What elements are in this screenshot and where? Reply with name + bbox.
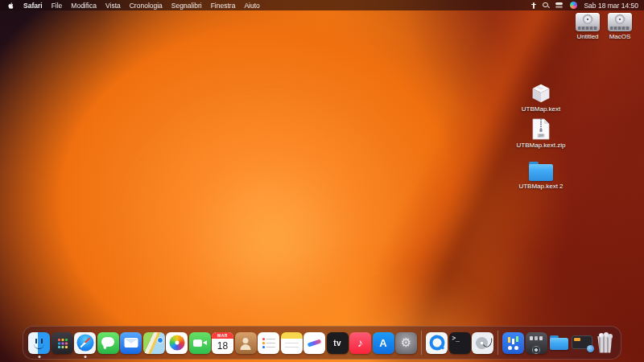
minimized-window-thumbnail xyxy=(572,332,593,354)
spotlight-search-icon[interactable] xyxy=(543,2,549,9)
file-label: UTBMap.kext 2 xyxy=(518,183,563,190)
file-label: UTBMap.kext xyxy=(522,105,560,113)
apple-menu-icon[interactable] xyxy=(7,2,14,10)
zip-archive-icon: ZIP xyxy=(532,118,550,140)
dock-maps[interactable] xyxy=(143,332,165,354)
control-center-icon[interactable] xyxy=(555,2,564,9)
reminders-list-icon xyxy=(258,332,279,354)
finder-icon xyxy=(28,332,50,354)
dock-photos[interactable] xyxy=(166,332,188,354)
menu-bar-status-area: Sab 18 mar 14:50 xyxy=(530,0,638,10)
dock-separator xyxy=(497,331,498,355)
drive-label: MacOS xyxy=(609,33,631,40)
calendar-icon: MAR 18 xyxy=(212,332,233,354)
dock-minimized-window[interactable] xyxy=(572,332,593,354)
app-store-icon: A xyxy=(373,332,394,354)
svg-text:ZIP: ZIP xyxy=(539,134,544,138)
hard-disk-icon xyxy=(608,13,632,31)
menu-modifica[interactable]: Modifica xyxy=(71,2,97,10)
launchpad-icon xyxy=(52,332,73,354)
menu-safari[interactable]: Safari xyxy=(23,2,43,10)
mail-envelope-icon xyxy=(120,332,142,354)
gear-icon: ⚙ xyxy=(395,332,417,354)
dock-folder[interactable] xyxy=(548,332,570,354)
dock-mail[interactable] xyxy=(120,332,142,354)
dock: MAR 18 tv ♪ A ⚙ >_ xyxy=(23,326,621,360)
menu-segnalibri[interactable]: Segnalibri xyxy=(171,2,202,10)
music-note-icon: ♪ xyxy=(349,332,371,354)
calendar-month: MAR xyxy=(212,332,233,339)
menu-bar-clock[interactable]: Sab 18 mar 14:50 xyxy=(584,2,638,10)
minimized-window-badge xyxy=(587,345,594,352)
menu-bar: Safari File Modifica Vista Cronologia Se… xyxy=(0,0,644,10)
dock-gray-camera-utility[interactable] xyxy=(526,332,547,354)
dock-system-settings[interactable]: ⚙ xyxy=(395,332,417,354)
dock-facetime[interactable] xyxy=(189,332,211,354)
calendar-day: 18 xyxy=(217,339,228,354)
music-glyph: ♪ xyxy=(357,337,363,348)
dock-trash[interactable] xyxy=(594,332,616,354)
facetime-camera-icon xyxy=(189,332,211,354)
dock-reminders[interactable] xyxy=(258,332,279,354)
charts-glasses-app-icon xyxy=(502,332,524,354)
dock-messages[interactable] xyxy=(97,332,119,354)
tv-glyph: tv xyxy=(333,339,341,348)
hard-disk-icon xyxy=(576,13,600,31)
desktop-folder-kext2[interactable]: UTBMap.kext 2 xyxy=(515,162,567,190)
drive-label: Untitled xyxy=(576,33,598,40)
dock-terminal[interactable]: >_ xyxy=(449,332,471,354)
dock-launchpad[interactable] xyxy=(52,332,73,354)
contacts-person-icon xyxy=(235,332,257,354)
dock-blue-charts-glasses-app[interactable] xyxy=(502,332,524,354)
file-label: UTBMap.kext.zip xyxy=(517,142,566,149)
dock-separator xyxy=(421,331,422,355)
dock-notes[interactable] xyxy=(281,332,303,354)
dock-freeform[interactable] xyxy=(303,332,325,354)
menu-vista[interactable]: Vista xyxy=(105,2,121,10)
desktop-drive-macos[interactable]: MacOS xyxy=(601,13,639,40)
dock-quicktime-player[interactable] xyxy=(426,332,448,354)
appstore-glyph: A xyxy=(379,337,386,349)
disk-utility-stethoscope-icon xyxy=(472,332,493,354)
folder-icon xyxy=(548,332,570,354)
dock-disk-utility[interactable] xyxy=(472,332,493,354)
terminal-prompt-icon: >_ xyxy=(449,332,471,354)
dock-music[interactable]: ♪ xyxy=(349,332,371,354)
photos-flower-icon xyxy=(166,332,188,354)
menu-aiuto[interactable]: Aiuto xyxy=(244,2,259,10)
camera-lens-app-icon xyxy=(526,332,547,354)
kext-bundle-icon xyxy=(530,83,552,104)
freeform-squiggle-icon xyxy=(303,332,325,354)
siri-icon[interactable] xyxy=(570,2,577,9)
gear-glyph: ⚙ xyxy=(401,337,411,349)
menu-extra-icon[interactable] xyxy=(530,2,536,9)
dock-finder[interactable] xyxy=(28,332,50,354)
quicktime-icon xyxy=(426,332,448,354)
safari-compass-icon xyxy=(74,332,96,354)
notes-icon xyxy=(281,332,303,354)
menu-bar-left: Safari File Modifica Vista Cronologia Se… xyxy=(0,2,260,10)
folder-icon xyxy=(529,164,553,181)
maps-icon xyxy=(143,332,165,354)
dock-calendar[interactable]: MAR 18 xyxy=(212,332,233,354)
desktop-file-zip[interactable]: ZIP UTBMap.kext.zip xyxy=(515,118,567,149)
terminal-glyph: >_ xyxy=(452,335,460,342)
trash-full-icon xyxy=(594,332,616,354)
desktop-file-kext[interactable]: UTBMap.kext xyxy=(515,83,567,113)
menu-cronologia[interactable]: Cronologia xyxy=(130,2,163,10)
macos-desktop: Safari File Modifica Vista Cronologia Se… xyxy=(0,0,644,362)
dock-tv[interactable]: tv xyxy=(327,332,349,354)
dock-safari[interactable] xyxy=(74,332,96,354)
dock-app-store[interactable]: A xyxy=(373,332,394,354)
dock-contacts[interactable] xyxy=(235,332,257,354)
menu-file[interactable]: File xyxy=(52,2,63,10)
menu-finestra[interactable]: Finestra xyxy=(211,2,236,10)
messages-bubble-icon xyxy=(97,332,119,354)
apple-tv-icon: tv xyxy=(327,332,349,354)
